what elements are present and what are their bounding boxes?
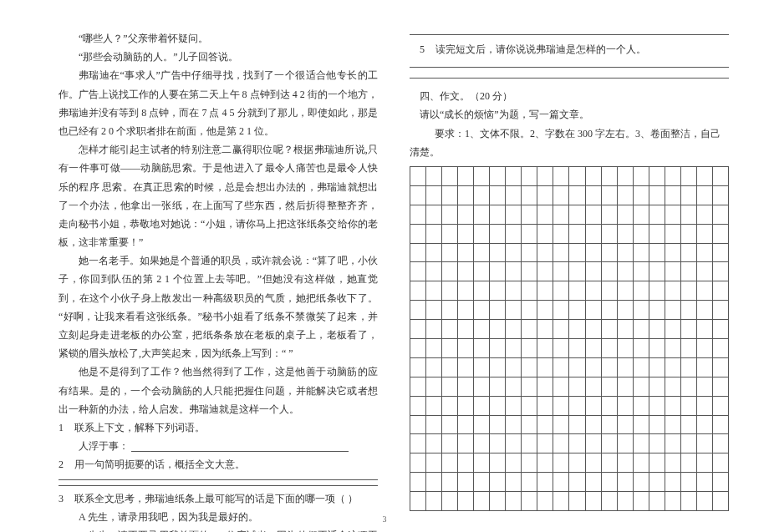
- grid-cell[interactable]: [506, 224, 522, 243]
- grid-cell[interactable]: [569, 492, 585, 511]
- grid-cell[interactable]: [442, 473, 458, 492]
- answer-line[interactable]: [410, 67, 729, 68]
- grid-cell[interactable]: [601, 377, 617, 396]
- grid-cell[interactable]: [442, 185, 458, 205]
- grid-cell[interactable]: [696, 301, 712, 320]
- grid-cell[interactable]: [712, 281, 728, 301]
- grid-cell[interactable]: [522, 243, 537, 262]
- grid-cell[interactable]: [537, 281, 553, 301]
- grid-cell[interactable]: [649, 301, 665, 320]
- option-a[interactable]: A 先生，请录用我吧，因为我是最好的。: [59, 508, 378, 526]
- grid-cell[interactable]: [553, 185, 569, 205]
- grid-cell[interactable]: [680, 473, 696, 492]
- grid-cell[interactable]: [569, 357, 585, 377]
- grid-cell[interactable]: [537, 205, 553, 224]
- grid-cell[interactable]: [490, 377, 506, 396]
- grid-cell[interactable]: [506, 357, 522, 377]
- grid-cell[interactable]: [617, 281, 633, 301]
- writing-grid[interactable]: [410, 166, 729, 511]
- grid-cell[interactable]: [712, 492, 728, 511]
- grid-cell[interactable]: [601, 338, 617, 357]
- grid-cell[interactable]: [680, 453, 696, 473]
- grid-cell[interactable]: [410, 357, 426, 377]
- grid-cell[interactable]: [696, 434, 712, 453]
- grid-cell[interactable]: [649, 166, 665, 185]
- grid-cell[interactable]: [426, 357, 442, 377]
- grid-cell[interactable]: [537, 224, 553, 243]
- grid-cell[interactable]: [442, 396, 458, 415]
- grid-cell[interactable]: [474, 396, 490, 415]
- grid-cell[interactable]: [665, 492, 680, 511]
- grid-cell[interactable]: [426, 434, 442, 453]
- grid-cell[interactable]: [522, 301, 537, 320]
- grid-cell[interactable]: [569, 185, 585, 205]
- option-b[interactable]: B 先生，请不要录用我前面的 2 0 位应试者，因为他们不适合这项工作。: [59, 526, 378, 532]
- grid-cell[interactable]: [410, 301, 426, 320]
- grid-cell[interactable]: [585, 320, 601, 339]
- grid-cell[interactable]: [585, 243, 601, 262]
- grid-cell[interactable]: [712, 453, 728, 473]
- grid-cell[interactable]: [649, 281, 665, 301]
- grid-cell[interactable]: [712, 320, 728, 339]
- grid-cell[interactable]: [601, 492, 617, 511]
- grid-cell[interactable]: [553, 434, 569, 453]
- grid-cell[interactable]: [712, 224, 728, 243]
- grid-cell[interactable]: [712, 357, 728, 377]
- grid-cell[interactable]: [633, 262, 649, 281]
- grid-cell[interactable]: [617, 377, 633, 396]
- grid-cell[interactable]: [490, 453, 506, 473]
- grid-cell[interactable]: [537, 377, 553, 396]
- grid-cell[interactable]: [696, 320, 712, 339]
- grid-cell[interactable]: [696, 224, 712, 243]
- grid-cell[interactable]: [474, 415, 490, 434]
- grid-cell[interactable]: [585, 185, 601, 205]
- grid-cell[interactable]: [569, 243, 585, 262]
- grid-cell[interactable]: [585, 281, 601, 301]
- grid-cell[interactable]: [537, 166, 553, 185]
- grid-cell[interactable]: [696, 396, 712, 415]
- grid-cell[interactable]: [426, 396, 442, 415]
- grid-cell[interactable]: [458, 357, 474, 377]
- grid-cell[interactable]: [680, 434, 696, 453]
- grid-cell[interactable]: [553, 262, 569, 281]
- grid-cell[interactable]: [696, 377, 712, 396]
- grid-cell[interactable]: [490, 205, 506, 224]
- grid-cell[interactable]: [522, 224, 537, 243]
- grid-cell[interactable]: [712, 243, 728, 262]
- grid-cell[interactable]: [474, 281, 490, 301]
- grid-cell[interactable]: [506, 434, 522, 453]
- grid-cell[interactable]: [522, 396, 537, 415]
- grid-cell[interactable]: [633, 320, 649, 339]
- grid-cell[interactable]: [649, 205, 665, 224]
- grid-cell[interactable]: [601, 224, 617, 243]
- grid-cell[interactable]: [601, 453, 617, 473]
- grid-cell[interactable]: [680, 281, 696, 301]
- grid-cell[interactable]: [490, 434, 506, 453]
- grid-cell[interactable]: [553, 473, 569, 492]
- grid-cell[interactable]: [490, 243, 506, 262]
- grid-cell[interactable]: [458, 185, 474, 205]
- grid-cell[interactable]: [506, 205, 522, 224]
- grid-cell[interactable]: [474, 243, 490, 262]
- grid-cell[interactable]: [506, 281, 522, 301]
- grid-cell[interactable]: [617, 492, 633, 511]
- grid-cell[interactable]: [553, 281, 569, 301]
- grid-cell[interactable]: [680, 338, 696, 357]
- grid-cell[interactable]: [426, 492, 442, 511]
- grid-cell[interactable]: [633, 205, 649, 224]
- grid-cell[interactable]: [680, 415, 696, 434]
- grid-cell[interactable]: [633, 396, 649, 415]
- grid-cell[interactable]: [442, 243, 458, 262]
- grid-cell[interactable]: [696, 492, 712, 511]
- grid-cell[interactable]: [506, 492, 522, 511]
- grid-cell[interactable]: [426, 185, 442, 205]
- grid-cell[interactable]: [410, 453, 426, 473]
- grid-cell[interactable]: [506, 473, 522, 492]
- grid-cell[interactable]: [633, 415, 649, 434]
- grid-cell[interactable]: [426, 262, 442, 281]
- grid-cell[interactable]: [442, 434, 458, 453]
- grid-cell[interactable]: [506, 262, 522, 281]
- grid-cell[interactable]: [426, 301, 442, 320]
- grid-cell[interactable]: [680, 377, 696, 396]
- grid-cell[interactable]: [490, 473, 506, 492]
